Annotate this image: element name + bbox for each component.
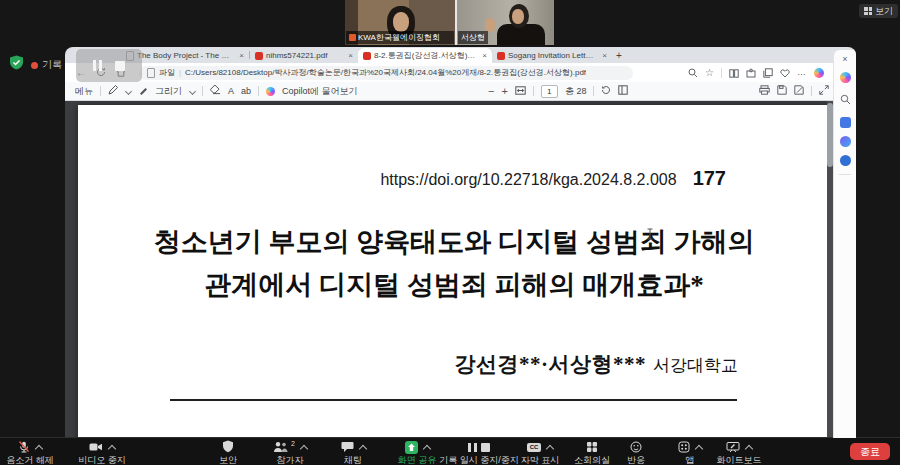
journal-page-number: 177 — [693, 167, 726, 190]
address-path: C:/Users/82108/Desktop/박사과정/학술논문/한국과%20국… — [185, 67, 586, 78]
title-divider — [170, 399, 737, 401]
participant-2-name: 서상형 — [461, 32, 485, 43]
tab-active-pdf[interactable]: 8-2.통권집(강선경.서상형).pdf × — [358, 48, 492, 63]
highlighter-icon[interactable] — [138, 85, 148, 97]
participant-video-1[interactable]: KWA한국웰에이징협회 — [345, 0, 457, 45]
chat-button[interactable]: 채팅 — [330, 438, 376, 465]
zoom-out-button[interactable]: − — [488, 85, 494, 97]
recording-pause-stop-button[interactable]: 기록 일시 중지/중지 — [437, 438, 521, 465]
m365-sidebar-icon[interactable] — [840, 136, 851, 147]
author-row: 강선경**·서상형*** 서강대학교 — [454, 350, 738, 378]
rotate-icon[interactable] — [601, 85, 611, 97]
collections-icon[interactable] — [763, 64, 773, 82]
record-dot-icon — [31, 62, 38, 69]
pdf-page: https://doi.org/10.22718/kga.2024.8.2.00… — [78, 105, 830, 438]
paper-title-line1: 청소년기 부모의 양육태도와 디지털 성범죄 가해의 — [78, 221, 830, 264]
draw-label[interactable]: 그리기 — [155, 85, 182, 98]
reactions-button[interactable]: 반응 — [614, 438, 658, 465]
address-bar-row: ← 파일 | C:/Users/82108/Desktop/박사과정/학술논문/… — [65, 63, 856, 82]
chat-options-chevron[interactable] — [358, 444, 366, 452]
text-cursor-icon — [646, 226, 654, 244]
participant-video-2[interactable]: 서상형 — [457, 0, 554, 45]
fullscreen-icon[interactable] — [819, 85, 829, 97]
pen-tool-icon[interactable] — [108, 85, 118, 97]
mute-button[interactable]: 음소거 해제 — [2, 438, 58, 465]
view-button[interactable]: 보기 — [859, 4, 898, 18]
eraser-icon[interactable] — [210, 85, 221, 97]
stop-icon[interactable] — [481, 443, 490, 452]
favorites-icon[interactable]: ☆ — [705, 68, 714, 78]
meeting-toolbar: 음소거 해제 비디오 중지 보안 — [0, 437, 900, 465]
save-as-icon[interactable] — [794, 85, 804, 97]
print-icon[interactable] — [759, 85, 770, 97]
share-options-chevron[interactable] — [422, 444, 430, 452]
kwa-logo-icon — [349, 34, 356, 41]
tab-sogang-pdf[interactable]: Sogang Invitation Letter.pdf × — [492, 48, 612, 63]
address-bar[interactable]: 파일 | C:/Users/82108/Desktop/박사과정/학술논문/한국… — [139, 66, 633, 80]
security-shield-icon[interactable] — [9, 55, 24, 74]
browser-essentials-icon[interactable] — [780, 64, 790, 82]
address-scheme: 파일 — [159, 67, 175, 78]
close-tab-icon[interactable]: × — [239, 51, 244, 60]
participants-button[interactable]: 2 참가자 — [262, 438, 318, 465]
read-aloud-icon[interactable]: ab — [241, 86, 251, 96]
gallery-view-icon — [864, 7, 872, 15]
captions-button[interactable]: CC 자막 표시 — [514, 438, 566, 465]
close-tab-icon[interactable]: × — [482, 51, 487, 60]
fit-width-icon[interactable] — [515, 86, 526, 97]
end-meeting-button[interactable]: 종료 — [850, 443, 890, 460]
captions-options-chevron[interactable] — [546, 444, 554, 452]
paper-title-line2: 관계에서 디지털 성범죄 피해의 매개효과* — [78, 264, 830, 307]
copilot-sidebar-icon[interactable] — [840, 72, 851, 83]
tools-sidebar-icon[interactable] — [840, 155, 851, 166]
zoom-page-icon[interactable] — [688, 64, 698, 82]
add-text-icon[interactable]: A — [228, 86, 234, 96]
close-tab-icon[interactable]: × — [348, 51, 353, 60]
participant-1-name: KWA한국웰에이징협회 — [358, 32, 440, 43]
zoom-in-button[interactable]: + — [502, 85, 508, 97]
new-tab-button[interactable]: + — [612, 50, 626, 61]
share-screen-icon — [405, 441, 418, 454]
breakout-rooms-button[interactable]: 소회의실 — [566, 438, 618, 465]
copilot-icon[interactable] — [814, 68, 824, 78]
doi-row: https://doi.org/10.22718/kga.2024.8.2.00… — [380, 167, 726, 190]
screen: KWA한국웰에이징협회 서상형 보기 기록 중 The Body Project… — [0, 0, 900, 465]
split-screen-icon[interactable] — [729, 64, 739, 82]
cc-icon: CC — [527, 443, 541, 452]
shopping-sidebar-icon[interactable] — [840, 117, 851, 128]
authors: 강선경**·서상형*** — [454, 350, 646, 378]
pause-recording-button[interactable] — [93, 60, 102, 71]
whiteboard-options-chevron[interactable] — [745, 444, 753, 452]
participant-count-badge: 2 — [291, 440, 295, 447]
close-sidebar-icon[interactable]: × — [842, 55, 847, 64]
tab-strip: The Body Project - The Book × nihms57422… — [65, 47, 856, 63]
search-sidebar-icon[interactable] — [840, 91, 851, 109]
tab-nihms-pdf[interactable]: nihms574221.pdf × — [250, 48, 358, 63]
pause-icon[interactable] — [468, 443, 476, 452]
stop-recording-button[interactable] — [115, 61, 125, 71]
page-total: 총 28 — [565, 85, 587, 98]
mute-options-chevron[interactable] — [35, 444, 43, 452]
browser-window: The Body Project - The Book × nihms57422… — [65, 47, 856, 438]
browser-actions: ☆ … — [688, 64, 850, 82]
copilot-icon — [266, 87, 275, 96]
edge-sidebar: × — [833, 50, 856, 438]
settings-menu-icon[interactable]: … — [797, 71, 807, 75]
stop-video-button[interactable]: 비디오 중지 — [74, 438, 130, 465]
page-number-input[interactable]: 1 — [541, 85, 558, 98]
page-view-icon[interactable] — [618, 85, 628, 97]
doi-text: https://doi.org/10.22718/kga.2024.8.2.00… — [380, 171, 676, 189]
paper-title: 청소년기 부모의 양육태도와 디지털 성범죄 가해의 관계에서 디지털 성범죄 … — [78, 221, 830, 307]
ask-copilot-button[interactable]: Copilot에 물어보기 — [282, 85, 358, 98]
save-icon[interactable] — [777, 85, 787, 97]
apps-options-chevron[interactable] — [695, 444, 703, 452]
pdf-toolbar: 메뉴 그리기 A ab Copilot에 물어보기 − + — [65, 82, 856, 101]
pdf-menu-button[interactable]: 메뉴 — [75, 85, 93, 98]
whiteboard-button[interactable]: 화이트보드 — [706, 438, 772, 465]
video-options-chevron[interactable] — [108, 444, 116, 452]
participants-options-chevron[interactable] — [300, 444, 308, 452]
security-button[interactable]: 보안 — [204, 438, 252, 465]
pdf-viewport: https://doi.org/10.22718/kga.2024.8.2.00… — [65, 101, 856, 438]
extensions-icon[interactable] — [746, 64, 756, 82]
close-tab-icon[interactable]: × — [602, 51, 607, 60]
